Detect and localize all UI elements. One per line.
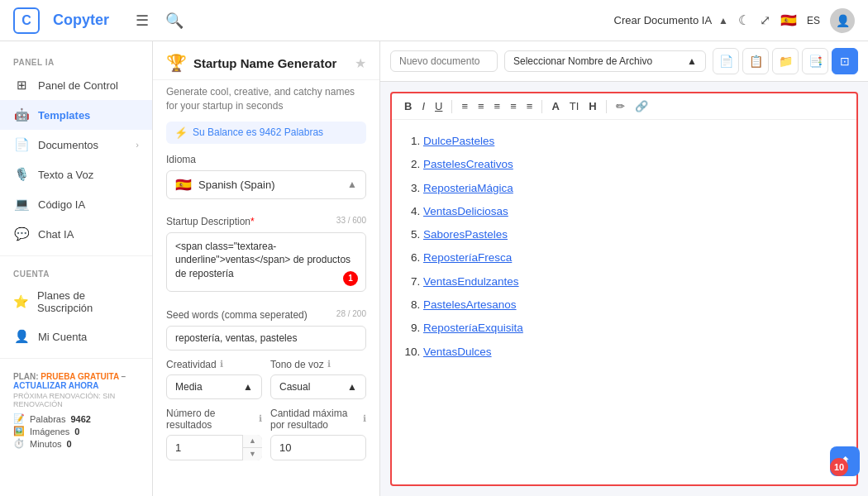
editor-box: B I U ≡ ≡ ≡ ≡ ≡ A TI H ✏ 🔗 [390, 92, 858, 486]
expand-icon[interactable]: ⤢ [760, 12, 770, 28]
spinner-up-icon[interactable]: ▲ [243, 435, 262, 448]
sidebar-item-planes[interactable]: ⭐ Planes de Suscripción [0, 282, 152, 322]
tool-header: 🏆 Startup Name Generator ★ [153, 41, 379, 80]
result-link-9[interactable]: ReposteríaExquisita [423, 322, 523, 334]
search-icon[interactable]: 🔍 [162, 8, 187, 33]
list-item: PastelesCreativos [423, 155, 842, 174]
et-italic[interactable]: I [417, 98, 429, 114]
et-divider-1 [451, 100, 452, 113]
tool-star-icon[interactable]: ★ [355, 55, 366, 71]
et-align-right[interactable]: ≡ [490, 98, 505, 114]
planes-icon: ⭐ [13, 294, 29, 309]
select-archivo-chevron-icon: ▲ [687, 55, 697, 67]
sidebar-item-codigo-ia[interactable]: 💻 Código IA [0, 189, 152, 219]
required-marker: * [250, 216, 255, 227]
sidebar-item-panel-control[interactable]: ⊞ Panel de Control [0, 70, 152, 100]
result-link-10[interactable]: VentasDulces [423, 346, 492, 358]
et-list-ol[interactable]: ≡ [522, 98, 537, 114]
sidebar-item-label: Planes de Suscripción [37, 289, 139, 314]
notification-badge: 1 [343, 271, 358, 286]
tono-info-icon[interactable]: ℹ [327, 359, 331, 370]
et-link[interactable]: 🔗 [631, 98, 652, 114]
update-link[interactable]: ACTUALIZAR AHORA [13, 381, 99, 390]
bolt-icon: ⚡ [174, 126, 188, 139]
tono-select[interactable]: Casual ▲ [270, 374, 366, 399]
list-item: VentasDeliciosas [423, 202, 842, 222]
et-underline[interactable]: U [431, 98, 446, 114]
doc-name-input[interactable] [390, 50, 498, 72]
rt-btn-5[interactable]: ⊡ [832, 48, 858, 74]
startup-desc-label: Startup Description* 33 / 600 [166, 216, 366, 227]
spinner-down-icon[interactable]: ▼ [243, 448, 262, 460]
balance-bar: ⚡ Su Balance es 9462 Palabras [166, 122, 366, 144]
plan-name: PRUEBA GRATUITA [41, 372, 118, 381]
sidebar-item-texto-a-voz[interactable]: 🎙️ Texto a Voz [0, 160, 152, 189]
result-link-5[interactable]: SaboresPasteles [423, 228, 508, 241]
moon-icon[interactable]: ☾ [738, 12, 750, 28]
max-results-info-icon[interactable]: ℹ [363, 413, 366, 424]
max-results-label: Cantidad máxima por resultado ℹ [270, 408, 366, 431]
tool-description: Generate cool, creative, and catchy name… [153, 80, 379, 122]
rt-btn-4[interactable]: 📑 [802, 48, 828, 74]
max-results-input[interactable] [270, 435, 366, 460]
panel-control-icon: ⊞ [13, 78, 30, 93]
max-results-wrap [270, 435, 366, 460]
startup-desc-textarea[interactable]: <span class="textarea-underline">ventas<… [166, 232, 366, 292]
logo-letter: C [21, 13, 31, 28]
num-results-info-icon[interactable]: ℹ [259, 413, 262, 424]
select-archivo-dropdown[interactable]: Seleccionar Nombre de Archivo ▲ [504, 50, 706, 72]
creativity-select[interactable]: Media ▲ [166, 374, 262, 399]
et-font-size[interactable]: TI [565, 98, 584, 114]
et-align-center[interactable]: ≡ [474, 98, 489, 114]
rt-btn-3[interactable]: 📁 [772, 48, 799, 74]
num-results-row: Número de resultados ℹ ▲ ▼ Cantidad máxi… [153, 408, 379, 469]
result-link-6[interactable]: ReposteríaFresca [423, 251, 512, 264]
crear-chevron-icon: ▲ [718, 15, 728, 26]
menu-icon[interactable]: ☰ [132, 8, 152, 33]
tool-title: Startup Name Generator [193, 56, 348, 70]
credits-plan: PLAN: PRUEBA GRATUITA – ACTUALIZAR AHORA [13, 372, 139, 390]
list-item: ReposteríaExquisita [423, 318, 842, 338]
creativity-label: Creatividad ℹ [166, 359, 262, 370]
sidebar-item-templates[interactable]: 🤖 Templates [0, 100, 152, 130]
sidebar-item-documentos[interactable]: 📄 Documentos › [0, 130, 152, 160]
char-count-seed: 28 / 200 [336, 309, 366, 318]
plan-label: PLAN: [13, 372, 39, 381]
et-bold[interactable]: B [400, 98, 416, 114]
seed-words-input[interactable] [166, 326, 366, 351]
et-pen[interactable]: ✏ [612, 98, 629, 114]
result-link-7[interactable]: VentasEndulzantes [423, 275, 519, 288]
creativity-chevron-icon: ▲ [243, 381, 253, 393]
result-link-1[interactable]: DulcePasteles [423, 135, 494, 147]
result-link-3[interactable]: ReposteriaMágica [423, 182, 513, 194]
startup-desc-wrap: <span class="textarea-underline">ventas<… [166, 232, 366, 294]
seed-words-section: Seed words (comma seperated) 28 / 200 [153, 309, 379, 359]
idioma-dropdown[interactable]: 🇪🇸 Spanish (Spain) ▲ [166, 170, 366, 199]
creativity-tono-row: Creatividad ℹ Media ▲ Tono de voz ℹ Casu… [153, 359, 379, 408]
creativity-info-icon[interactable]: ℹ [220, 359, 223, 370]
right-panel: Seleccionar Nombre de Archivo ▲ 📄 📋 📁 📑 … [380, 41, 868, 496]
rt-btn-1[interactable]: 📄 [713, 48, 739, 74]
et-align-left[interactable]: ≡ [457, 98, 472, 114]
num-results-label: Número de resultados ℹ [166, 408, 262, 431]
avatar[interactable]: 👤 [830, 8, 855, 33]
et-font-color[interactable]: A [547, 98, 563, 114]
tono-col: Tono de voz ℹ Casual ▲ [270, 359, 366, 399]
et-heading[interactable]: H [584, 98, 600, 114]
sidebar-item-mi-cuenta[interactable]: 👤 Mi Cuenta [0, 322, 152, 351]
et-divider-3 [606, 100, 607, 113]
chat-icon: 💬 [13, 227, 30, 241]
rt-btn-2[interactable]: 📋 [742, 48, 769, 74]
credits-section: PLAN: PRUEBA GRATUITA – ACTUALIZAR AHORA… [0, 365, 152, 457]
balance-label: Su Balance es 9462 Palabras [193, 126, 323, 138]
et-justify[interactable]: ≡ [506, 98, 521, 114]
crear-documento-area[interactable]: Crear Documento IA ▲ [614, 14, 728, 26]
sidebar-item-chat-ia[interactable]: 💬 Chat IA [0, 219, 152, 249]
result-link-4[interactable]: VentasDeliciosas [423, 205, 508, 217]
editor-content[interactable]: DulcePasteles PastelesCreativos Reposter… [392, 120, 856, 484]
result-link-8[interactable]: PastelesArtesanos [423, 298, 517, 311]
topnav-actions: ☾ ⤢ 🇪🇸 ES 👤 [738, 8, 855, 33]
et-divider-2 [541, 100, 542, 113]
editor-toolbar: B I U ≡ ≡ ≡ ≡ ≡ A TI H ✏ 🔗 [392, 93, 856, 120]
result-link-2[interactable]: PastelesCreativos [423, 158, 513, 170]
